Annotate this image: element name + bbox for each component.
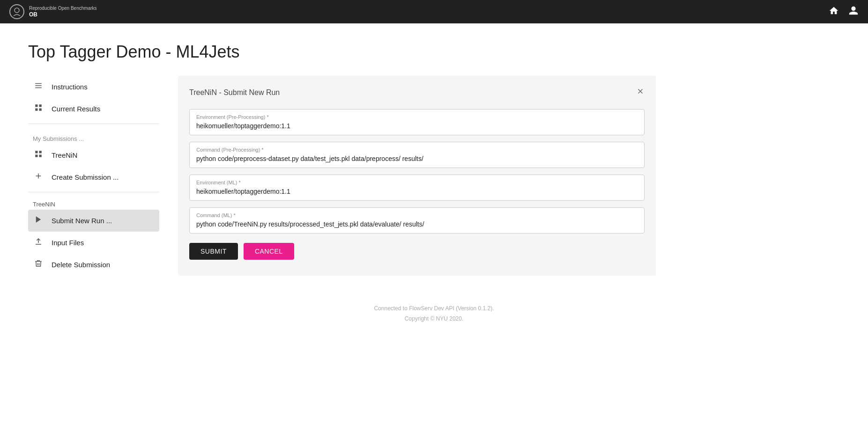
logo-circle [9,4,24,19]
sidebar-label-input-files: Input Files [52,239,84,247]
sidebar-label-create-submission: Create Submission ... [52,173,119,181]
my-submissions-label: My Submissions ... [28,128,159,144]
field-env-ml: Environment (ML) * [189,175,645,201]
footer-line1: Connected to FlowServ Dev API (Version 0… [28,304,840,314]
brand-short: OB [29,11,97,19]
table-icon [33,103,44,114]
account-icon[interactable] [848,6,859,18]
top-navbar: Reproducible Open Benchmarks OB [0,0,868,23]
play-icon [33,215,44,226]
svg-rect-2 [39,104,42,107]
logo-icon [12,7,22,17]
home-icon[interactable] [829,6,839,18]
sidebar-item-submit-new-run[interactable]: Submit New Run ... [28,210,159,232]
svg-rect-7 [35,155,37,157]
layout: Instructions Current Results My Submissi… [28,76,840,276]
submit-new-run-panel: TreeNiN - Submit New Run Environment (Pr… [178,76,656,276]
page-title: Top Tagger Demo - ML4Jets [28,42,840,62]
label-cmd-preprocessing: Command (Pre-Processing) * [196,147,638,153]
sidebar-label-treenin: TreeNiN [52,151,77,159]
sidebar: Instructions Current Results My Submissi… [28,76,159,276]
form-panel-header: TreeNiN - Submit New Run [189,87,645,98]
svg-rect-5 [35,151,37,153]
svg-rect-8 [39,155,42,157]
add-icon [33,172,44,183]
sidebar-label-current-results: Current Results [52,105,100,113]
brand-text: Reproducible Open Benchmarks OB [29,5,97,19]
sidebar-item-instructions[interactable]: Instructions [28,76,159,98]
svg-point-0 [15,8,19,13]
form-buttons: SUBMIT CANCEL [189,243,645,260]
label-env-preprocessing: Environment (Pre-Processing) * [196,114,638,120]
sidebar-label-instructions: Instructions [52,83,88,91]
submit-button[interactable]: SUBMIT [189,243,238,260]
label-cmd-ml: Command (ML) * [196,212,638,218]
sidebar-divider-2 [28,192,159,192]
footer-line2: Copyright © NYU 2020. [28,314,840,324]
svg-marker-9 [36,216,41,223]
sidebar-item-treenin[interactable]: TreeNiN [28,144,159,166]
menu-icon [33,81,44,92]
upload-icon [33,237,44,248]
field-cmd-ml: Command (ML) * [189,207,645,234]
main-content: Top Tagger Demo - ML4Jets Instructions C… [0,23,868,343]
form-panel-title: TreeNiN - Submit New Run [189,88,280,97]
treenin-grid-icon [33,150,44,161]
sidebar-item-create-submission[interactable]: Create Submission ... [28,166,159,188]
input-env-preprocessing[interactable] [196,122,638,130]
field-cmd-preprocessing: Command (Pre-Processing) * [189,142,645,168]
nav-actions [829,6,859,18]
svg-rect-4 [39,109,42,111]
sidebar-label-submit-new-run: Submit New Run ... [52,217,112,225]
delete-icon [33,259,44,270]
label-env-ml: Environment (ML) * [196,180,638,185]
svg-rect-3 [35,109,37,111]
input-env-ml[interactable] [196,188,638,195]
svg-rect-1 [35,104,37,107]
input-cmd-preprocessing[interactable] [196,155,638,162]
sidebar-label-delete-submission: Delete Submission [52,261,110,269]
sidebar-item-delete-submission[interactable]: Delete Submission [28,254,159,276]
input-cmd-ml[interactable] [196,220,638,228]
svg-rect-6 [39,151,42,153]
sidebar-divider-1 [28,124,159,124]
footer: Connected to FlowServ Dev API (Version 0… [28,304,840,324]
cancel-button[interactable]: CANCEL [244,243,294,260]
sidebar-item-input-files[interactable]: Input Files [28,232,159,254]
treenin-section-label: TreeNiN [28,196,159,210]
field-env-preprocessing: Environment (Pre-Processing) * [189,109,645,135]
close-button[interactable] [636,87,645,98]
brand-area: Reproducible Open Benchmarks OB [9,4,97,19]
brand-line1: Reproducible Open Benchmarks [29,5,97,11]
sidebar-item-current-results[interactable]: Current Results [28,98,159,120]
